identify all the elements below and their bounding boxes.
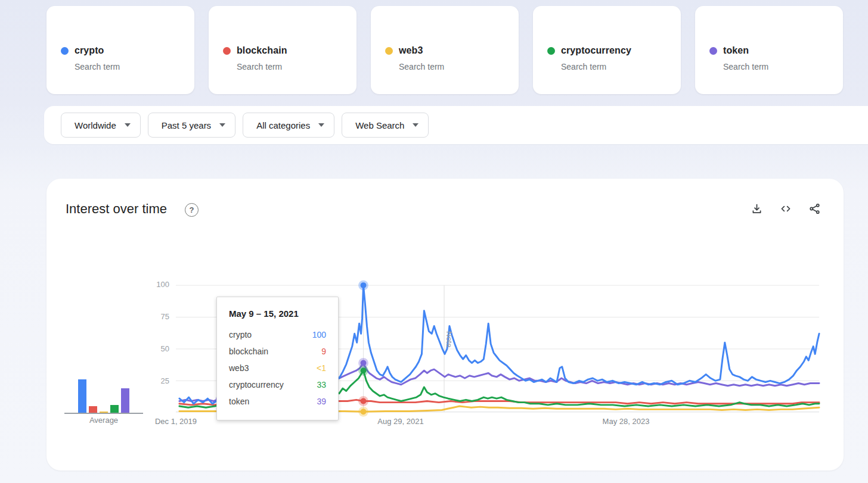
tooltip-row-crypto: crypto100 xyxy=(229,326,326,343)
term-label: crypto xyxy=(75,45,104,56)
x-tick-label: May 28, 2023 xyxy=(590,417,662,426)
term-sublabel: Search term xyxy=(723,62,768,71)
term-label: blockchain xyxy=(237,45,287,56)
selected-dot-web3 xyxy=(361,409,367,415)
tooltip-term-value: 39 xyxy=(317,397,326,406)
selected-dot-token xyxy=(361,360,367,366)
y-tick-label-100: 100 xyxy=(130,280,169,289)
term-color-dot xyxy=(385,47,393,55)
help-icon[interactable]: ? xyxy=(185,203,199,217)
tooltip-row-cryptocurrency: cryptocurrency33 xyxy=(229,376,326,393)
y-tick-label-25: 25 xyxy=(130,376,169,385)
term-sublabel: Search term xyxy=(237,62,282,71)
average-label: Average xyxy=(64,416,143,425)
term-card-blockchain[interactable]: blockchainSearch term xyxy=(209,6,356,94)
filter-dropdown-web-search[interactable]: Web Search xyxy=(342,113,429,138)
tooltip-row-token: token39 xyxy=(229,393,326,410)
filter-bar: WorldwidePast 5 yearsAll categoriesWeb S… xyxy=(44,106,868,144)
note-label[interactable]: Note xyxy=(445,331,454,347)
term-label: token xyxy=(723,45,749,56)
tooltip-term-label: cryptocurrency xyxy=(229,380,284,389)
term-label: cryptocurrency xyxy=(561,45,631,56)
tooltip-term-value: <1 xyxy=(317,363,326,373)
tooltip-term-value: 9 xyxy=(321,347,326,356)
selected-dot-blockchain xyxy=(361,398,367,404)
share-icon[interactable] xyxy=(808,202,821,215)
chevron-down-icon xyxy=(318,123,324,127)
chevron-down-icon xyxy=(413,123,418,127)
tooltip-term-value: 100 xyxy=(312,330,326,339)
filter-label: All categories xyxy=(256,120,310,130)
term-color-dot xyxy=(61,47,69,55)
term-sublabel: Search term xyxy=(75,62,120,71)
tooltip-row-web3: web3<1 xyxy=(229,360,326,376)
x-tick-label: Dec 1, 2019 xyxy=(140,417,212,426)
filter-label: Web Search xyxy=(355,120,404,130)
selected-dot-cryptocurrency xyxy=(361,367,367,373)
page-title: Interest over time xyxy=(66,201,167,217)
selected-dot-crypto xyxy=(361,282,367,288)
y-tick-label-50: 50 xyxy=(130,344,169,353)
embed-icon[interactable] xyxy=(779,202,792,215)
filter-label: Worldwide xyxy=(75,120,116,130)
term-card-cryptocurrency[interactable]: cryptocurrencySearch term xyxy=(533,6,681,94)
term-card-web3[interactable]: web3Search term xyxy=(371,6,519,94)
chevron-down-icon xyxy=(125,123,131,127)
x-tick-label: Aug 29, 2021 xyxy=(365,417,436,426)
average-bar-web3 xyxy=(100,412,108,413)
average-bar-cryptocurrency xyxy=(110,405,119,413)
google-trends-page: { "terms": [ {"label":"crypto","sublabel… xyxy=(0,0,868,483)
term-color-dot xyxy=(223,47,231,55)
tooltip-term-label: web3 xyxy=(229,363,249,373)
chevron-down-icon xyxy=(219,123,225,127)
term-sublabel: Search term xyxy=(561,62,606,71)
tooltip-date-range: May 9 – 15, 2021 xyxy=(229,309,326,319)
chart-actions xyxy=(751,202,821,215)
tooltip-term-label: token xyxy=(229,397,249,406)
filter-dropdown-all-categories[interactable]: All categories xyxy=(243,113,334,138)
term-card-crypto[interactable]: cryptoSearch term xyxy=(46,6,194,94)
download-icon[interactable] xyxy=(751,202,763,215)
term-label: web3 xyxy=(399,45,423,56)
tooltip-term-value: 33 xyxy=(317,380,326,389)
tooltip-row-blockchain: blockchain9 xyxy=(229,343,326,360)
average-bar-crypto xyxy=(78,379,86,413)
tooltip-term-label: blockchain xyxy=(229,347,268,356)
term-color-dot xyxy=(709,47,717,55)
term-sublabel: Search term xyxy=(399,62,444,71)
tooltip-term-label: crypto xyxy=(229,330,252,339)
term-card-token[interactable]: tokenSearch term xyxy=(695,6,843,94)
average-bar-blockchain xyxy=(89,406,97,413)
filter-label: Past 5 years xyxy=(162,120,211,130)
term-color-dot xyxy=(547,47,555,55)
y-tick-label-75: 75 xyxy=(130,312,169,321)
interest-over-time-card: Interest over time ? Average 100755025De… xyxy=(46,179,844,470)
filter-dropdown-worldwide[interactable]: Worldwide xyxy=(61,113,141,138)
filter-dropdown-past-5-years[interactable]: Past 5 years xyxy=(148,113,235,138)
chart-tooltip: May 9 – 15, 2021 crypto100blockchain9web… xyxy=(216,297,339,420)
average-bar-token xyxy=(121,388,129,413)
